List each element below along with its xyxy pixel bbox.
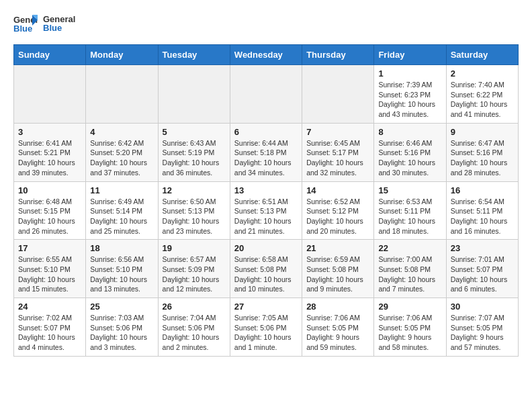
day-detail: Sunrise: 6:44 AM Sunset: 5:18 PM Dayligh… [234,138,298,178]
calendar-day: 12Sunrise: 6:50 AM Sunset: 5:13 PM Dayli… [158,181,230,240]
calendar-week-0: 1Sunrise: 7:39 AM Sunset: 6:23 PM Daylig… [14,65,519,124]
day-detail: Sunrise: 7:01 AM Sunset: 5:07 PM Dayligh… [451,255,514,294]
day-number: 23 [451,243,514,253]
day-detail: Sunrise: 6:59 AM Sunset: 5:08 PM Dayligh… [306,255,369,294]
calendar-day: 3Sunrise: 6:41 AM Sunset: 5:21 PM Daylig… [14,123,86,181]
day-number: 12 [163,185,226,195]
calendar-day: 29Sunrise: 7:06 AM Sunset: 5:05 PM Dayli… [374,298,446,357]
day-number: 15 [378,185,441,195]
calendar-day: 6Sunrise: 6:44 AM Sunset: 5:18 PM Daylig… [230,123,302,181]
day-detail: Sunrise: 6:49 AM Sunset: 5:14 PM Dayligh… [90,197,153,236]
calendar-day: 4Sunrise: 6:42 AM Sunset: 5:20 PM Daylig… [86,123,158,181]
calendar-day: 24Sunrise: 7:02 AM Sunset: 5:07 PM Dayli… [14,298,86,357]
day-number: 7 [306,127,369,137]
day-detail: Sunrise: 7:03 AM Sunset: 5:06 PM Dayligh… [90,313,153,353]
day-number: 17 [18,243,81,253]
calendar-day: 20Sunrise: 6:58 AM Sunset: 5:08 PM Dayli… [230,240,302,298]
day-number: 21 [306,243,369,253]
calendar-day: 27Sunrise: 7:05 AM Sunset: 5:06 PM Dayli… [230,298,302,357]
calendar-day: 9Sunrise: 6:47 AM Sunset: 5:16 PM Daylig… [446,123,518,181]
day-number: 18 [90,243,153,253]
day-detail: Sunrise: 6:52 AM Sunset: 5:12 PM Dayligh… [306,197,369,236]
day-detail: Sunrise: 7:07 AM Sunset: 5:05 PM Dayligh… [451,313,514,353]
logo: General Blue General Blue [13,13,75,34]
day-detail: Sunrise: 6:54 AM Sunset: 5:11 PM Dayligh… [451,197,514,236]
calendar-day: 22Sunrise: 7:00 AM Sunset: 5:08 PM Dayli… [374,240,446,298]
calendar-day: 1Sunrise: 7:39 AM Sunset: 6:23 PM Daylig… [374,65,446,124]
day-number: 14 [306,185,369,195]
day-detail: Sunrise: 6:45 AM Sunset: 5:17 PM Dayligh… [306,138,369,178]
day-detail: Sunrise: 7:04 AM Sunset: 5:06 PM Dayligh… [163,313,226,353]
day-detail: Sunrise: 7:02 AM Sunset: 5:07 PM Dayligh… [18,313,81,353]
weekday-header-wednesday: Wednesday [230,45,302,65]
calendar-day: 10Sunrise: 6:48 AM Sunset: 5:15 PM Dayli… [14,181,86,240]
day-detail: Sunrise: 6:57 AM Sunset: 5:09 PM Dayligh… [163,255,226,294]
calendar-day: 14Sunrise: 6:52 AM Sunset: 5:12 PM Dayli… [302,181,374,240]
day-number: 9 [451,127,514,137]
day-detail: Sunrise: 7:06 AM Sunset: 5:05 PM Dayligh… [306,313,369,353]
calendar-day [14,65,86,124]
calendar-day [158,65,230,124]
calendar-day: 16Sunrise: 6:54 AM Sunset: 5:11 PM Dayli… [446,181,518,240]
day-detail: Sunrise: 6:41 AM Sunset: 5:21 PM Dayligh… [18,138,81,178]
calendar-day: 5Sunrise: 6:43 AM Sunset: 5:19 PM Daylig… [158,123,230,181]
day-detail: Sunrise: 6:43 AM Sunset: 5:19 PM Dayligh… [163,138,226,178]
calendar-day: 26Sunrise: 7:04 AM Sunset: 5:06 PM Dayli… [158,298,230,357]
day-detail: Sunrise: 6:55 AM Sunset: 5:10 PM Dayligh… [18,255,81,294]
weekday-header-monday: Monday [86,45,158,65]
calendar-week-3: 17Sunrise: 6:55 AM Sunset: 5:10 PM Dayli… [14,240,519,298]
weekday-header-saturday: Saturday [446,45,518,65]
day-number: 3 [18,127,81,137]
day-number: 2 [451,68,514,79]
day-detail: Sunrise: 7:00 AM Sunset: 5:08 PM Dayligh… [378,255,441,294]
day-number: 24 [18,302,81,312]
calendar-header: SundayMondayTuesdayWednesdayThursdayFrid… [14,45,519,65]
calendar-day: 19Sunrise: 6:57 AM Sunset: 5:09 PM Dayli… [158,240,230,298]
day-number: 1 [378,68,441,79]
calendar-day: 11Sunrise: 6:49 AM Sunset: 5:14 PM Dayli… [86,181,158,240]
day-number: 11 [90,185,153,195]
calendar-day: 2Sunrise: 7:40 AM Sunset: 6:22 PM Daylig… [446,65,518,124]
day-number: 22 [378,243,441,253]
calendar-day: 21Sunrise: 6:59 AM Sunset: 5:08 PM Dayli… [302,240,374,298]
day-detail: Sunrise: 6:58 AM Sunset: 5:08 PM Dayligh… [234,255,298,294]
calendar-day: 30Sunrise: 7:07 AM Sunset: 5:05 PM Dayli… [446,298,518,357]
calendar-day [302,65,374,124]
day-detail: Sunrise: 6:50 AM Sunset: 5:13 PM Dayligh… [163,197,226,236]
weekday-header-sunday: Sunday [14,45,86,65]
day-detail: Sunrise: 6:53 AM Sunset: 5:11 PM Dayligh… [378,197,441,236]
day-number: 25 [90,302,153,312]
day-number: 6 [234,127,298,137]
weekday-header-friday: Friday [374,45,446,65]
day-detail: Sunrise: 6:48 AM Sunset: 5:15 PM Dayligh… [18,197,81,236]
day-number: 16 [451,185,514,195]
calendar-day: 23Sunrise: 7:01 AM Sunset: 5:07 PM Dayli… [446,240,518,298]
weekday-header-thursday: Thursday [302,45,374,65]
day-detail: Sunrise: 6:56 AM Sunset: 5:10 PM Dayligh… [90,255,153,294]
calendar-day: 7Sunrise: 6:45 AM Sunset: 5:17 PM Daylig… [302,123,374,181]
calendar-table: SundayMondayTuesdayWednesdayThursdayFrid… [13,44,519,357]
logo-icon: General Blue [13,13,38,34]
calendar-week-1: 3Sunrise: 6:41 AM Sunset: 5:21 PM Daylig… [14,123,519,181]
weekday-header-tuesday: Tuesday [158,45,230,65]
day-number: 30 [451,302,514,312]
day-detail: Sunrise: 6:51 AM Sunset: 5:13 PM Dayligh… [234,197,298,236]
calendar-day: 18Sunrise: 6:56 AM Sunset: 5:10 PM Dayli… [86,240,158,298]
day-detail: Sunrise: 6:47 AM Sunset: 5:16 PM Dayligh… [451,138,514,178]
day-detail: Sunrise: 7:05 AM Sunset: 5:06 PM Dayligh… [234,313,298,353]
calendar-day: 28Sunrise: 7:06 AM Sunset: 5:05 PM Dayli… [302,298,374,357]
calendar-week-2: 10Sunrise: 6:48 AM Sunset: 5:15 PM Dayli… [14,181,519,240]
day-number: 19 [163,243,226,253]
weekday-row: SundayMondayTuesdayWednesdayThursdayFrid… [14,45,519,65]
calendar-day: 8Sunrise: 6:46 AM Sunset: 5:16 PM Daylig… [374,123,446,181]
day-number: 5 [163,127,226,137]
day-number: 26 [163,302,226,312]
calendar-day [230,65,302,124]
day-detail: Sunrise: 7:39 AM Sunset: 6:23 PM Dayligh… [378,80,441,120]
svg-text:Blue: Blue [13,24,32,34]
day-number: 13 [234,185,298,195]
day-detail: Sunrise: 6:42 AM Sunset: 5:20 PM Dayligh… [90,138,153,178]
day-number: 10 [18,185,81,195]
day-number: 29 [378,302,441,312]
calendar-day: 25Sunrise: 7:03 AM Sunset: 5:06 PM Dayli… [86,298,158,357]
